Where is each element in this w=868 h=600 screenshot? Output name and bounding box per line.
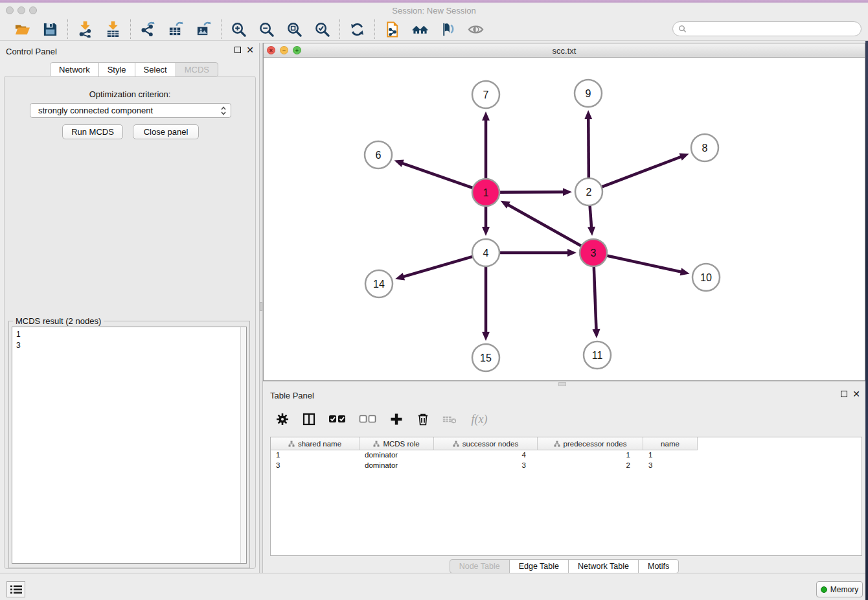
task-history-button[interactable]: [6, 581, 25, 597]
column-header-mcds-role[interactable]: MCDS role: [360, 437, 434, 450]
mcds-result-legend: MCDS result (2 nodes): [13, 316, 104, 326]
graph-node-label-8: 8: [702, 143, 708, 154]
cell-predecessor-nodes[interactable]: 2: [538, 461, 643, 471]
function-builder-icon[interactable]: f(x): [468, 411, 490, 427]
main-titlebar[interactable]: Session: New Session: [0, 3, 868, 18]
table-panel-tabs: Node Table Edge Table Network Table Moti…: [263, 559, 865, 573]
mcds-result-text[interactable]: 1 3: [12, 327, 247, 564]
cell-shared-name[interactable]: 3: [271, 461, 360, 471]
graph-edge-2-3[interactable]: [590, 205, 592, 228]
table-row[interactable]: 1 dominator 4 1 1: [271, 450, 862, 461]
search-input[interactable]: [687, 23, 861, 35]
desktop-background-edge: [865, 41, 868, 600]
export-network-icon[interactable]: [139, 21, 157, 38]
close-panel-icon[interactable]: ✕: [852, 391, 860, 397]
import-network-icon[interactable]: [76, 21, 94, 38]
table-panel-title: Table Panel: [270, 391, 314, 400]
network-graph[interactable]: 1234678910111415: [264, 58, 865, 380]
show-columns-icon[interactable]: [301, 411, 317, 427]
cell-mcds-role[interactable]: dominator: [360, 450, 434, 461]
delete-row-icon[interactable]: [415, 411, 431, 427]
zoom-out-icon[interactable]: [258, 21, 275, 38]
network-window-titlebar[interactable]: × − + scc.txt: [264, 43, 865, 58]
tab-edge-table[interactable]: Edge Table: [509, 559, 569, 573]
export-table-icon[interactable]: [167, 21, 185, 38]
cell-successor-nodes[interactable]: 3: [434, 461, 538, 471]
zoom-selected-icon[interactable]: [314, 21, 331, 38]
graph-arrowhead-4-14: [395, 273, 405, 281]
close-panel-icon[interactable]: ✕: [246, 47, 254, 53]
export-image-icon[interactable]: [195, 21, 212, 38]
open-file-icon[interactable]: [14, 21, 31, 38]
memory-button[interactable]: Memory: [816, 581, 863, 597]
mcds-result-line: 1: [16, 329, 246, 340]
graph-arrowhead-4-3: [567, 249, 577, 257]
control-panel-header: Control Panel ✕: [0, 43, 259, 60]
deselect-all-icon[interactable]: [358, 411, 378, 427]
network-canvas[interactable]: 1234678910111415: [264, 58, 865, 380]
delete-table-icon[interactable]: [442, 411, 457, 427]
close-panel-button[interactable]: Close panel: [133, 124, 199, 139]
run-mcds-button[interactable]: Run MCDS: [62, 124, 123, 139]
add-row-icon[interactable]: [389, 411, 404, 427]
splitter-handle[interactable]: [260, 302, 262, 311]
tree-icon: [554, 441, 560, 447]
graph-arrowhead-3-10: [680, 268, 690, 276]
tab-network[interactable]: Network: [50, 62, 99, 77]
select-all-icon[interactable]: [328, 411, 347, 427]
cell-name[interactable]: 3: [643, 461, 698, 471]
column-header-name[interactable]: name: [643, 437, 698, 450]
optimization-criterion-label: Optimization criterion:: [5, 89, 255, 99]
column-header-predecessor-nodes[interactable]: predecessor nodes: [538, 437, 643, 450]
column-header-successor-nodes[interactable]: successor nodes: [434, 437, 538, 450]
search-field[interactable]: [672, 21, 862, 36]
tab-node-table[interactable]: Node Table: [450, 559, 510, 573]
network-window-title: scc.txt: [264, 46, 865, 56]
tab-style[interactable]: Style: [98, 62, 135, 77]
graph-edge-1-2[interactable]: [499, 192, 564, 192]
graph-edge-3-11[interactable]: [594, 266, 597, 330]
splitter-handle[interactable]: [558, 382, 566, 386]
cell-successor-nodes[interactable]: 4: [434, 450, 538, 461]
table-options-icon[interactable]: [275, 411, 290, 427]
save-session-icon[interactable]: [41, 21, 59, 38]
new-network-from-selection-icon[interactable]: [383, 21, 401, 38]
refresh-icon[interactable]: [348, 21, 366, 38]
zoom-in-icon[interactable]: [230, 21, 247, 38]
tab-network-table[interactable]: Network Table: [568, 559, 639, 573]
node-table[interactable]: shared name MCDS role successor nodes pr…: [270, 437, 862, 556]
float-panel-icon[interactable]: [234, 47, 241, 53]
mcds-result-scrollbar[interactable]: [240, 327, 246, 563]
graph-edge-3-10[interactable]: [607, 255, 682, 271]
float-panel-icon[interactable]: [841, 391, 847, 397]
cell-shared-name[interactable]: 1: [271, 450, 360, 461]
list-icon: [10, 584, 23, 595]
tab-motifs[interactable]: Motifs: [638, 559, 679, 573]
cell-mcds-role[interactable]: dominator: [360, 461, 434, 471]
cell-name[interactable]: 1: [643, 450, 698, 461]
graph-arrowhead-2-8: [679, 154, 689, 161]
graph-edge-2-8[interactable]: [602, 156, 682, 187]
graph-arrowhead-1-7: [482, 111, 490, 121]
cell-predecessor-nodes[interactable]: 1: [538, 450, 643, 461]
graph-node-label-7: 7: [483, 89, 489, 100]
style-icon[interactable]: [439, 21, 457, 38]
graph-edge-3-1[interactable]: [507, 205, 582, 246]
graph-edge-2-9[interactable]: [588, 118, 589, 178]
control-panel: Control Panel ✕ Network Style Select MCD…: [0, 43, 259, 573]
horizontal-splitter[interactable]: [263, 381, 865, 387]
main-toolbar: [0, 18, 868, 41]
zoom-fit-icon[interactable]: [286, 21, 303, 38]
mcds-panel: Optimization criterion: strongly connect…: [4, 76, 256, 569]
graph-edge-1-6[interactable]: [402, 163, 473, 189]
column-header-shared-name[interactable]: shared name: [271, 437, 360, 450]
graph-edge-4-14[interactable]: [402, 257, 472, 277]
table-row[interactable]: 3 dominator 3 2 3: [271, 461, 862, 471]
criterion-select[interactable]: strongly connected component: [30, 103, 231, 118]
tab-mcds[interactable]: MCDS: [176, 62, 218, 77]
show-graphics-details-icon[interactable]: [467, 21, 485, 38]
home-icon[interactable]: [411, 21, 429, 38]
tree-icon: [373, 441, 380, 447]
import-table-icon[interactable]: [104, 21, 122, 38]
tab-select[interactable]: Select: [135, 62, 176, 77]
